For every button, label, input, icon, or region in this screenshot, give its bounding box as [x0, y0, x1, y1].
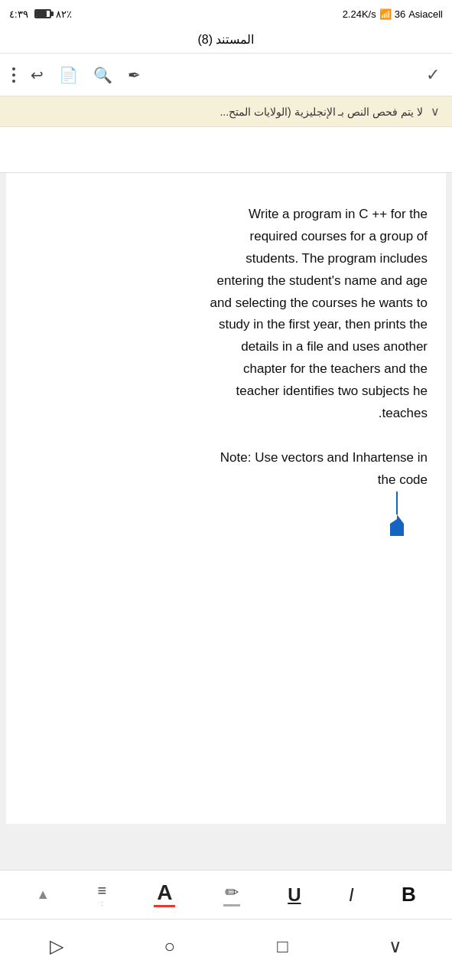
format-bar: ▲ ≡ : A ✏ U I B [0, 870, 452, 919]
highlight-button[interactable]: ✏ [223, 883, 240, 906]
recents-button[interactable]: □ [264, 928, 301, 965]
italic-button[interactable]: I [349, 884, 354, 906]
gap-area [0, 127, 452, 173]
back-button[interactable]: ▷ [38, 928, 75, 965]
font-color-button[interactable]: A [154, 882, 175, 907]
main-content: Write a program in C ++ for the required… [0, 173, 452, 908]
cursor-line [396, 492, 398, 514]
pen-icon[interactable]: ✒ [128, 66, 141, 84]
search-icon[interactable]: 🔍 [93, 66, 112, 84]
signal-icon: 📶 [379, 8, 392, 20]
bold-button[interactable]: B [402, 883, 416, 906]
toolbar-icons: ↩ 📄 🔍 ✒ [12, 66, 141, 84]
document-icon[interactable]: 📄 [59, 66, 78, 84]
home-button[interactable]: ○ [151, 928, 188, 965]
pencil-icon: ✏ [225, 883, 239, 903]
spell-check-banner: ∨ لا يتم فحص النص بـ الإنجليزية (الولايا… [0, 96, 452, 127]
document-title: المستند (8) [197, 33, 254, 46]
underline-button[interactable]: U [288, 884, 301, 906]
undo-icon[interactable]: ↩ [31, 66, 44, 84]
status-left: ٤:٣٩ ٨٢٪ [9, 8, 72, 20]
time-display: ٤:٣٩ [9, 8, 28, 20]
battery-icon [34, 9, 51, 18]
font-color-underline [154, 905, 175, 907]
toolbar: ↩ 📄 🔍 ✒ ✓ [0, 54, 452, 96]
document-title-bar: المستند (8) [0, 28, 452, 54]
document-text[interactable]: Write a program in C ++ for the required… [24, 204, 428, 492]
document-wrapper: Write a program in C ++ for the required… [6, 173, 446, 824]
more-options-icon[interactable] [12, 67, 15, 83]
list-format-button[interactable]: ≡ : [97, 882, 106, 907]
document-paragraph: Write a program in C ++ for the required… [210, 207, 428, 420]
document-note: Note: Use vectors and Inhartense in the … [220, 450, 428, 487]
network-speed: 2.24K/s [343, 8, 376, 20]
carrier-name: Asiacell [408, 8, 443, 20]
banner-chevron-icon[interactable]: ∨ [431, 104, 440, 119]
font-A-label: A [157, 882, 172, 903]
battery-percent: ٨٢٪ [56, 8, 72, 20]
banner-text: لا يتم فحص النص بـ الإنجليزية (الولايات … [219, 106, 423, 118]
pencil-underline [223, 904, 240, 906]
text-cursor [390, 492, 404, 536]
signal-strength: 36 [395, 8, 405, 20]
chevron-down-icon[interactable]: ∨ [377, 928, 414, 965]
expand-icon[interactable]: ▲ [36, 887, 50, 903]
cursor-handle [390, 514, 404, 536]
nav-bar: ▷ ○ □ ∨ [0, 919, 452, 980]
confirm-button[interactable]: ✓ [426, 65, 440, 85]
status-bar: ٤:٣٩ ٨٢٪ 2.24K/s 📶 36 Asiacell [0, 0, 452, 28]
status-right: 2.24K/s 📶 36 Asiacell [343, 8, 443, 20]
